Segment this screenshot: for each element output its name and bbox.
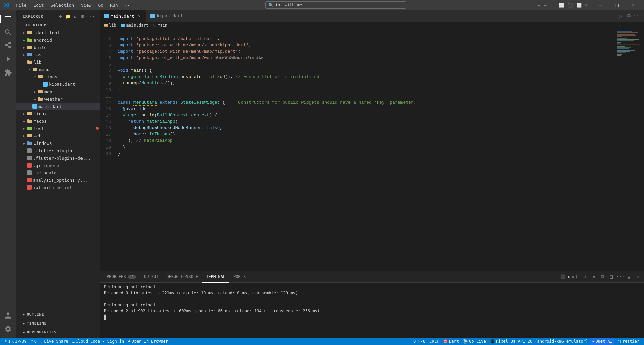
profile-link[interactable]: Profile: [247, 56, 263, 60]
layout-btn-1[interactable]: ⬜: [557, 1, 566, 9]
kill-terminal-btn[interactable]: 🗑: [608, 273, 615, 280]
terminal-dropdown-btn[interactable]: ∨: [590, 273, 598, 280]
new-terminal-btn[interactable]: +: [582, 273, 589, 280]
sidebar-item-kipas-dart[interactable]: kipas.dart: [16, 80, 100, 88]
breadcrumb-main-dart[interactable]: main.dart: [121, 23, 148, 28]
close-panel-btn[interactable]: ✕: [634, 273, 641, 280]
sidebar-item-menu[interactable]: ▾ menu: [16, 66, 100, 73]
menu-run[interactable]: Run: [107, 2, 120, 8]
nav-forward-btn[interactable]: →: [543, 3, 548, 8]
sidebar-section-timeline[interactable]: ▶ TIMELINE: [23, 319, 93, 328]
activity-search[interactable]: [2, 26, 14, 38]
terminal-content[interactable]: Performing hot reload... Reloaded 0 libr…: [100, 283, 644, 338]
sidebar-item-android[interactable]: ▶ android: [16, 36, 100, 44]
flutter-plugins-label: .flutter-plugins: [33, 148, 100, 153]
panel-tab-ports[interactable]: PORTS: [229, 271, 250, 283]
menu-edit[interactable]: Edit: [31, 2, 46, 8]
breadcrumb-lib[interactable]: lib: [104, 23, 116, 28]
maximize-btn[interactable]: □: [609, 0, 625, 10]
code-editor[interactable]: 1 2 3 4 5 6 7 8 9 10 11 12 13 14 15 16 1: [100, 29, 644, 271]
sidebar-item-analysis-options[interactable]: analysis_options.y...: [16, 176, 100, 184]
status-line-ending[interactable]: CRLF: [427, 338, 441, 345]
global-search-box[interactable]: 🔍 iot_with_me: [265, 1, 406, 9]
activity-settings[interactable]: [2, 323, 14, 335]
more-editor-actions-btn[interactable]: ···: [634, 12, 641, 20]
sidebar-item-macos[interactable]: ▶ macos: [16, 117, 100, 125]
sidebar-item-web[interactable]: ▶ web: [16, 132, 100, 139]
code-content-area[interactable]: import 'package:flutter/material.dart'; …: [115, 29, 615, 271]
sidebar-item-linux[interactable]: ▶ linux: [16, 110, 100, 117]
maximize-panel-btn[interactable]: ▲: [625, 273, 633, 280]
new-file-btn[interactable]: +: [58, 13, 64, 19]
minimize-btn[interactable]: ─: [593, 0, 608, 10]
sidebar-item-gitignore[interactable]: .gitignore: [16, 162, 100, 169]
collapse-btn[interactable]: ⊟: [80, 13, 86, 19]
sidebar-item-test[interactable]: ▶ test: [16, 125, 100, 132]
menu-view[interactable]: View: [78, 2, 94, 8]
sidebar-item-project-root[interactable]: ▾ IOT_WITH_ME: [16, 21, 100, 29]
split-terminal-btn[interactable]: ⧉: [599, 273, 606, 280]
new-folder-btn[interactable]: 📁: [65, 13, 71, 19]
sidebar-item-lib[interactable]: ▾ lib: [16, 58, 100, 66]
search-text: iot_with_me: [275, 3, 302, 7]
live-share-icon: ↕: [41, 339, 43, 344]
debug-link[interactable]: Debug: [230, 56, 241, 60]
sidebar-item-flutter-plugins[interactable]: .flutter-plugins: [16, 147, 100, 154]
close-btn[interactable]: ✕: [625, 0, 641, 10]
nav-back-btn[interactable]: ←: [536, 3, 542, 8]
status-go-live[interactable]: 📡 Go Live: [461, 338, 488, 345]
sidebar-section-outline[interactable]: ▶ OUTLINE: [23, 310, 93, 319]
status-errors[interactable]: ⊗ 1 △ 1 ○ 39: [3, 338, 29, 345]
status-prettier[interactable]: ✓ Prettier: [614, 338, 641, 345]
activity-explorer[interactable]: [2, 13, 14, 25]
menu-selection[interactable]: Selection: [48, 2, 77, 8]
sidebar-item-build[interactable]: ▶ build: [16, 44, 100, 51]
panel-tab-output[interactable]: OUTPUT: [140, 271, 162, 283]
layout-btn-2[interactable]: ⬛: [566, 1, 574, 9]
tab-main-dart-close[interactable]: ✕: [136, 13, 142, 19]
sidebar-item-dart-tool[interactable]: ▶ .dart_tool: [16, 29, 100, 36]
sidebar-item-windows[interactable]: ▶ windows: [16, 139, 100, 147]
status-no-problems[interactable]: ⌀ 0: [29, 338, 39, 345]
status-cloud-code[interactable]: ☁ Cloud Code - Sign in: [70, 338, 126, 345]
sidebar-item-flutter-plugins-de[interactable]: .flutter-plugins-de...: [16, 154, 100, 162]
menu-file[interactable]: File: [13, 2, 29, 8]
tab-main-dart[interactable]: main.dart ✕: [100, 10, 146, 22]
tab-kipas-dart[interactable]: kipas.dart: [146, 10, 187, 22]
sidebar-item-kipas-folder[interactable]: ▾ kipas: [16, 73, 100, 80]
live-share-label: Live Share: [44, 339, 68, 344]
refresh-btn[interactable]: ↻: [72, 13, 78, 19]
activity-source-control[interactable]: [2, 40, 14, 52]
more-panel-actions-btn[interactable]: ···: [616, 273, 624, 280]
sidebar-item-metadata[interactable]: .metadata: [16, 169, 100, 176]
breadcrumb-main-method[interactable]: ⬡ main: [153, 23, 167, 28]
panel-tab-terminal[interactable]: TERMINAL: [202, 271, 229, 283]
panel-tab-problems[interactable]: PROBLEMS 41: [103, 271, 140, 283]
activity-run[interactable]: [2, 53, 14, 65]
more-actions-btn[interactable]: ···: [87, 13, 93, 19]
status-encoding[interactable]: UTF-8: [411, 338, 427, 345]
activity-extensions[interactable]: [2, 66, 14, 78]
sidebar-item-map[interactable]: ▶ map: [16, 88, 100, 95]
sidebar-section-dependencies[interactable]: ▶ DEPENDENCIES: [23, 328, 93, 336]
sidebar-item-main-dart[interactable]: main.dart: [16, 103, 100, 110]
panel-tab-debug-console[interactable]: DEBUG CONSOLE: [162, 271, 202, 283]
sidebar-item-ios[interactable]: ▶ ios: [16, 51, 100, 58]
run-link[interactable]: Run: [216, 56, 223, 60]
sidebar-item-iot-iml[interactable]: iot_with_me.iml: [16, 184, 100, 191]
status-open-browser[interactable]: ⊕ Open In Browser: [126, 338, 170, 345]
layout-btn-3[interactable]: ⬜: [575, 1, 583, 9]
activity-account[interactable]: [2, 309, 14, 322]
menu-more[interactable]: ···: [122, 2, 135, 8]
menu-go[interactable]: Go: [95, 2, 106, 8]
activity-remote[interactable]: ⌐: [2, 296, 14, 308]
status-device[interactable]: 📱 Pixel 3a API 26 (android-x86 emulator): [488, 338, 590, 345]
run-code-btn[interactable]: ▷: [616, 12, 624, 20]
status-duet-ai[interactable]: ✦ Duet AI: [590, 338, 614, 345]
sidebar-item-weather[interactable]: ▶ weather: [16, 95, 100, 103]
layout-btn-4[interactable]: ⊞: [584, 1, 589, 9]
split-editor-btn[interactable]: ⧉: [625, 12, 633, 20]
line-ending-label: CRLF: [429, 339, 439, 344]
status-live-share[interactable]: ↕ Live Share: [39, 338, 70, 345]
status-language[interactable]: 🎯 Dart: [441, 338, 461, 345]
